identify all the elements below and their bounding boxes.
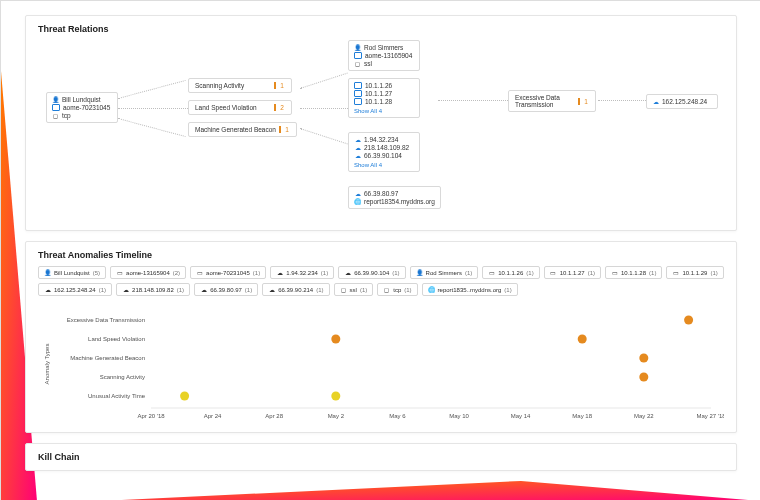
timeline-chip[interactable]: 🌐report1835..myddns.org (1) xyxy=(422,283,518,296)
monitor-icon xyxy=(354,82,362,89)
chip-label: 10.1.1.29 xyxy=(682,270,707,276)
timeline-chip[interactable]: ☁218.148.109.82 (1) xyxy=(116,283,190,296)
threat-node-scanning[interactable]: Scanning Activity 1 xyxy=(188,78,292,93)
mon-icon: ▭ xyxy=(488,269,495,276)
monitor-icon xyxy=(52,104,60,111)
chip-label: 10.1.1.26 xyxy=(498,270,523,276)
host-icon: 🌐 xyxy=(354,198,361,205)
show-all-link[interactable]: Show All 4 xyxy=(354,162,414,168)
timeline-point[interactable] xyxy=(684,316,693,325)
ip-a-1: 10.1.1.27 xyxy=(365,90,392,97)
timeline-point[interactable] xyxy=(578,335,587,344)
net-icon: ☁ xyxy=(268,286,275,293)
kill-chain-title: Kill Chain xyxy=(38,452,724,462)
timeline-chip[interactable]: 👤Rod Simmers (1) xyxy=(410,266,479,279)
rod-user: Rod Simmers xyxy=(364,44,403,51)
threat-count: 1 xyxy=(274,82,285,89)
chip-count: (1) xyxy=(316,287,323,293)
timeline-chip[interactable]: 👤Bill Lundquist (5) xyxy=(38,266,106,279)
svg-text:May 18: May 18 xyxy=(572,413,592,419)
user-icon: 👤 xyxy=(416,269,423,276)
svg-text:Apr 20 '18: Apr 20 '18 xyxy=(137,413,165,419)
proto-icon: ◻ xyxy=(340,286,347,293)
chip-count: (1) xyxy=(177,287,184,293)
chip-label: Rod Simmers xyxy=(426,270,462,276)
chip-label: 66.39.90.214 xyxy=(278,287,313,293)
chip-count: (1) xyxy=(392,270,399,276)
threat-label: Machine Generated Beacon xyxy=(195,126,276,133)
user-icon: 👤 xyxy=(52,96,59,103)
timeline-chip[interactable]: ▭10.1.1.28 (1) xyxy=(605,266,662,279)
monitor-icon xyxy=(354,90,362,97)
timeline-point[interactable] xyxy=(639,373,648,382)
timeline-chip[interactable]: ◻ssl (1) xyxy=(334,283,374,296)
network-icon: ☁ xyxy=(354,144,361,151)
svg-text:Unusual Activity Time: Unusual Activity Time xyxy=(88,393,146,399)
ip-b-2: 66.39.90.104 xyxy=(364,152,402,159)
chip-label: 162.125.248.24 xyxy=(54,287,96,293)
timeline-chip[interactable]: ☁66.39.90.214 (1) xyxy=(262,283,329,296)
rod-proto: ssl xyxy=(364,60,372,67)
timeline-chip[interactable]: ☁1.94.32.234 (1) xyxy=(270,266,334,279)
timeline-point[interactable] xyxy=(331,335,340,344)
show-all-link[interactable]: Show All 4 xyxy=(354,108,414,114)
right-ip: 162.125.248.24 xyxy=(662,98,707,105)
threat-node-excessive[interactable]: Excessive Data Transmission 1 xyxy=(508,90,596,112)
threat-timeline-panel: Threat Anomalies Timeline 👤Bill Lundquis… xyxy=(25,241,737,433)
mon-icon: ▭ xyxy=(550,269,557,276)
threat-count: 1 xyxy=(578,98,589,105)
threat-node-landspeed[interactable]: Land Speed Violation 2 xyxy=(188,100,292,115)
svg-text:May 2: May 2 xyxy=(328,413,345,419)
timeline-chip[interactable]: ◻tcp (1) xyxy=(377,283,417,296)
ip-c-1: report18354.myddns.org xyxy=(364,198,435,205)
user-icon: 👤 xyxy=(44,269,51,276)
svg-text:May 10: May 10 xyxy=(449,413,469,419)
svg-text:May 14: May 14 xyxy=(511,413,531,419)
threat-node-beacon[interactable]: Machine Generated Beacon 1 xyxy=(188,122,297,137)
root-host: aome-70231045 xyxy=(63,104,110,111)
net-icon: ☁ xyxy=(276,269,283,276)
ip-group-a[interactable]: 10.1.1.26 10.1.1.27 10.1.1.28 Show All 4 xyxy=(348,78,420,118)
svg-text:Machine Generated Beacon: Machine Generated Beacon xyxy=(70,355,145,361)
ip-group-b[interactable]: ☁1.94.32.234 ☁218.148.109.82 ☁66.39.90.1… xyxy=(348,132,420,172)
svg-marker-1 xyxy=(101,481,760,500)
threat-timeline-title: Threat Anomalies Timeline xyxy=(38,250,724,260)
chip-count: (1) xyxy=(360,287,367,293)
chip-label: report1835..myddns.org xyxy=(438,287,502,293)
network-icon: ☁ xyxy=(354,136,361,143)
timeline-chip[interactable]: ☁66.39.90.104 (1) xyxy=(338,266,405,279)
svg-text:Excessive Data Transmission: Excessive Data Transmission xyxy=(67,317,145,323)
timeline-point[interactable] xyxy=(331,392,340,401)
timeline-chip[interactable]: ☁162.125.248.24 (1) xyxy=(38,283,112,296)
threat-label: Land Speed Violation xyxy=(195,104,257,111)
timeline-chip[interactable]: ▭aome-13165904 (2) xyxy=(110,266,186,279)
chip-label: aome-70231045 xyxy=(206,270,250,276)
timeline-chip[interactable]: ▭aome-70231045 (1) xyxy=(190,266,266,279)
kill-chain-panel: Kill Chain xyxy=(25,443,737,471)
timeline-chip[interactable]: ▭10.1.1.29 (1) xyxy=(666,266,723,279)
mon-icon: ▭ xyxy=(672,269,679,276)
mon-icon: ▭ xyxy=(116,269,123,276)
host-icon: 🌐 xyxy=(428,286,435,293)
chip-count: (1) xyxy=(99,287,106,293)
anomaly-timeline-chart: Anomaly TypesExcessive Data Transmission… xyxy=(38,304,724,424)
threat-relations-panel: Threat Relations 👤Bill Lundquist aome-70… xyxy=(25,15,737,231)
chip-label: aome-13165904 xyxy=(126,270,170,276)
chip-count: (1) xyxy=(404,287,411,293)
chip-count: (1) xyxy=(465,270,472,276)
net-icon: ☁ xyxy=(44,286,51,293)
chip-count: (1) xyxy=(710,270,717,276)
user-icon: 👤 xyxy=(354,44,361,51)
ip-group-c[interactable]: ☁66.39.80.97 🌐report18354.myddns.org xyxy=(348,186,441,209)
root-entity-node[interactable]: 👤Bill Lundquist aome-70231045 ◻tcp xyxy=(46,92,118,123)
timeline-point[interactable] xyxy=(180,392,189,401)
chip-count: (1) xyxy=(245,287,252,293)
threat-relations-diagram: 👤Bill Lundquist aome-70231045 ◻tcp Scann… xyxy=(38,40,724,222)
chip-count: (2) xyxy=(173,270,180,276)
ip-node-right[interactable]: ☁162.125.248.24 xyxy=(646,94,718,109)
timeline-chip[interactable]: ☁66.39.80.97 (1) xyxy=(194,283,258,296)
entity-node-rod[interactable]: 👤Rod Simmers aome-13165904 ◻ssl xyxy=(348,40,420,71)
timeline-point[interactable] xyxy=(639,354,648,363)
timeline-chip[interactable]: ▭10.1.1.26 (1) xyxy=(482,266,539,279)
timeline-chip[interactable]: ▭10.1.1.27 (1) xyxy=(544,266,601,279)
